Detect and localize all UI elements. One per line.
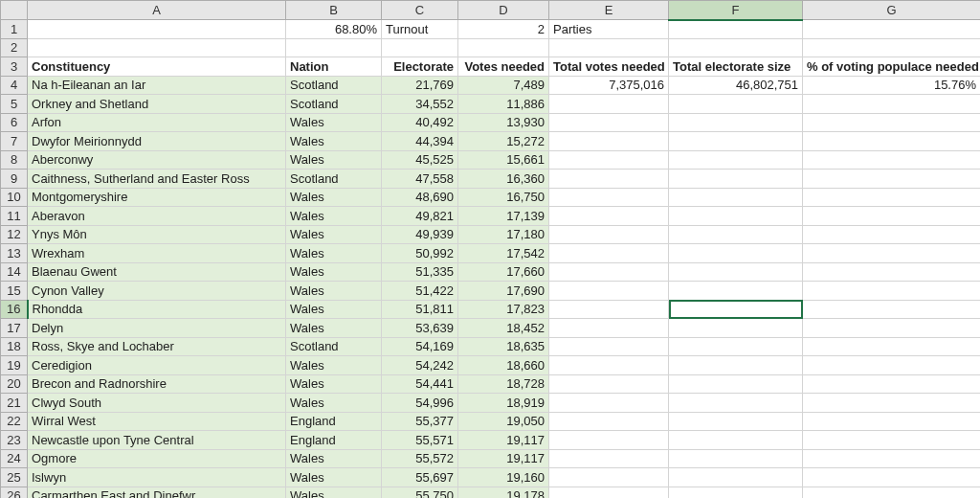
cell-B21[interactable]: Wales xyxy=(286,394,382,413)
cell-G19[interactable] xyxy=(803,356,981,375)
cell-C25[interactable]: 55,697 xyxy=(382,468,458,487)
cell-D18[interactable]: 18,635 xyxy=(458,337,549,356)
row-header-16[interactable]: 16 xyxy=(1,300,28,319)
cell-A14[interactable]: Blaenau Gwent xyxy=(28,262,286,282)
cell-F20[interactable] xyxy=(669,374,803,394)
cell-F5[interactable] xyxy=(669,95,803,114)
cell-C6[interactable]: 40,492 xyxy=(382,113,458,132)
cell-A12[interactable]: Ynys Môn xyxy=(28,225,286,244)
row-header-10[interactable]: 10 xyxy=(1,188,28,207)
cell-C15[interactable]: 51,422 xyxy=(382,282,458,301)
cell-G3[interactable]: % of voting populace needed xyxy=(803,57,981,77)
col-header-G[interactable]: G xyxy=(803,1,981,20)
cell-B7[interactable]: Wales xyxy=(286,132,382,151)
cell-G4[interactable]: 15.76% xyxy=(803,76,981,95)
row-header-18[interactable]: 18 xyxy=(1,337,28,356)
cell-E9[interactable] xyxy=(549,170,669,189)
col-header-B[interactable]: B xyxy=(286,1,382,20)
cell-B6[interactable]: Wales xyxy=(286,113,382,132)
cell-B19[interactable]: Wales xyxy=(286,356,382,375)
cell-E5[interactable] xyxy=(549,95,669,114)
cell-A16[interactable]: Rhondda xyxy=(28,300,286,319)
row-header-6[interactable]: 6 xyxy=(1,113,28,132)
cell-D17[interactable]: 18,452 xyxy=(458,319,549,338)
cell-E10[interactable] xyxy=(549,188,669,207)
cell-F15[interactable] xyxy=(669,282,803,301)
cell-F7[interactable] xyxy=(669,132,803,151)
cell-D22[interactable]: 19,050 xyxy=(458,412,549,431)
cell-E14[interactable] xyxy=(549,262,669,282)
cell-A9[interactable]: Caithness, Sutherland and Easter Ross xyxy=(28,170,286,189)
cell-E25[interactable] xyxy=(549,468,669,487)
cell-A11[interactable]: Aberavon xyxy=(28,207,286,226)
row-header-23[interactable]: 23 xyxy=(1,431,28,450)
col-header-F[interactable]: F xyxy=(669,1,803,20)
cell-E17[interactable] xyxy=(549,319,669,338)
cell-D11[interactable]: 17,139 xyxy=(458,207,549,226)
cell-G8[interactable] xyxy=(803,150,981,170)
cell-E22[interactable] xyxy=(549,412,669,431)
cell-F22[interactable] xyxy=(669,412,803,431)
cell-D13[interactable]: 17,542 xyxy=(458,244,549,263)
cell-C18[interactable]: 54,169 xyxy=(382,337,458,356)
cell-G5[interactable] xyxy=(803,95,981,114)
cell-F8[interactable] xyxy=(669,150,803,170)
row-header-8[interactable]: 8 xyxy=(1,150,28,170)
cell-C11[interactable]: 49,821 xyxy=(382,207,458,226)
cell-D19[interactable]: 18,660 xyxy=(458,356,549,375)
cell-E13[interactable] xyxy=(549,244,669,263)
cell-E16[interactable] xyxy=(549,300,669,319)
cell-G21[interactable] xyxy=(803,394,981,413)
cell-A17[interactable]: Delyn xyxy=(28,319,286,338)
cell-C20[interactable]: 54,441 xyxy=(382,374,458,394)
cell-D8[interactable]: 15,661 xyxy=(458,150,549,170)
row-header-9[interactable]: 9 xyxy=(1,170,28,189)
cell-E12[interactable] xyxy=(549,225,669,244)
cell-C12[interactable]: 49,939 xyxy=(382,225,458,244)
cell-C21[interactable]: 54,996 xyxy=(382,394,458,413)
cell-B16[interactable]: Wales xyxy=(286,300,382,319)
cell-C5[interactable]: 34,552 xyxy=(382,95,458,114)
cell-B18[interactable]: Scotland xyxy=(286,337,382,356)
row-header-21[interactable]: 21 xyxy=(1,394,28,413)
cell-E7[interactable] xyxy=(549,132,669,151)
cell-F18[interactable] xyxy=(669,337,803,356)
cell-B20[interactable]: Wales xyxy=(286,374,382,394)
cell-G14[interactable] xyxy=(803,262,981,282)
cell-D7[interactable]: 15,272 xyxy=(458,132,549,151)
cell-A22[interactable]: Wirral West xyxy=(28,412,286,431)
cell-B2[interactable] xyxy=(286,38,382,57)
cell-B4[interactable]: Scotland xyxy=(286,76,382,95)
cell-F23[interactable] xyxy=(669,431,803,450)
cell-D25[interactable]: 19,160 xyxy=(458,468,549,487)
cell-G22[interactable] xyxy=(803,412,981,431)
cell-A23[interactable]: Newcastle upon Tyne Central xyxy=(28,431,286,450)
cell-B24[interactable]: Wales xyxy=(286,449,382,468)
cell-C7[interactable]: 44,394 xyxy=(382,132,458,151)
cell-B23[interactable]: England xyxy=(286,431,382,450)
cell-G20[interactable] xyxy=(803,374,981,394)
cell-C16[interactable]: 51,811 xyxy=(382,300,458,319)
cell-G26[interactable] xyxy=(803,487,981,498)
cell-G11[interactable] xyxy=(803,207,981,226)
col-header-E[interactable]: E xyxy=(549,1,669,20)
cell-B13[interactable]: Wales xyxy=(286,244,382,263)
cell-F3[interactable]: Total electorate size xyxy=(669,57,803,77)
cell-F25[interactable] xyxy=(669,468,803,487)
cell-D10[interactable]: 16,750 xyxy=(458,188,549,207)
cell-G7[interactable] xyxy=(803,132,981,151)
cell-D5[interactable]: 11,886 xyxy=(458,95,549,114)
cell-G23[interactable] xyxy=(803,431,981,450)
cell-D1[interactable]: 2 xyxy=(458,20,549,39)
cell-G15[interactable] xyxy=(803,282,981,301)
cell-C19[interactable]: 54,242 xyxy=(382,356,458,375)
cell-E19[interactable] xyxy=(549,356,669,375)
cell-E15[interactable] xyxy=(549,282,669,301)
cell-A3[interactable]: Constituency xyxy=(28,57,286,77)
cell-A6[interactable]: Arfon xyxy=(28,113,286,132)
row-header-24[interactable]: 24 xyxy=(1,449,28,468)
cell-A7[interactable]: Dwyfor Meirionnydd xyxy=(28,132,286,151)
cell-D24[interactable]: 19,117 xyxy=(458,449,549,468)
cell-A24[interactable]: Ogmore xyxy=(28,449,286,468)
col-header-C[interactable]: C xyxy=(382,1,458,20)
